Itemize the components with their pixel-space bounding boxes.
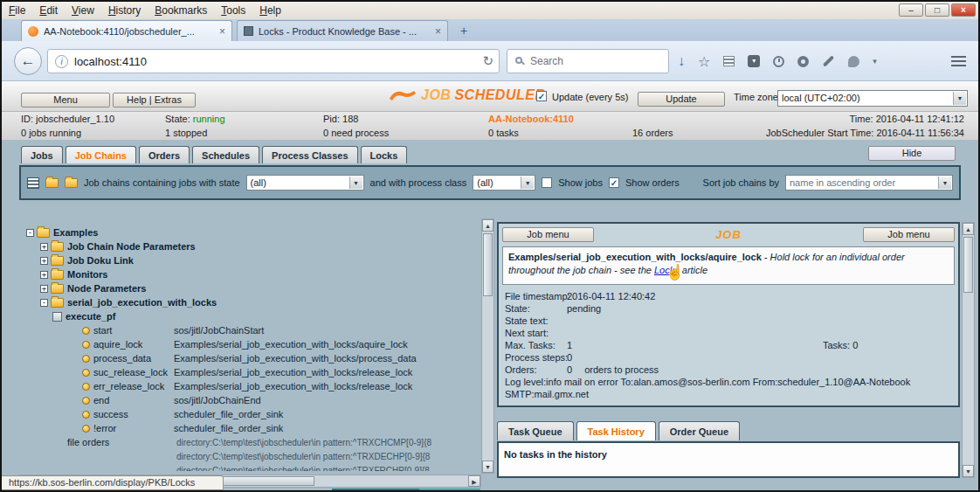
tab-job-chains[interactable]: Job Chains bbox=[66, 146, 136, 163]
tree-row[interactable]: !error scheduler_file_order_sink bbox=[19, 421, 481, 435]
tree-node-label[interactable]: Job Chain Node Parameters bbox=[67, 241, 196, 252]
update-checkbox[interactable]: ✓ bbox=[536, 91, 547, 101]
menu-hamburger-icon[interactable] bbox=[951, 56, 966, 66]
node-label[interactable]: suc_release_lock bbox=[93, 367, 168, 378]
tab-orders[interactable]: Orders bbox=[139, 146, 190, 163]
sort-select[interactable]: name in ascending order ▼ bbox=[785, 175, 953, 191]
tree-node-label[interactable]: Monitors bbox=[67, 269, 107, 280]
select-arrow-icon[interactable]: ▼ bbox=[938, 177, 951, 189]
reload-icon[interactable]: ↻ bbox=[482, 53, 493, 69]
collapse-icon[interactable]: - bbox=[40, 299, 48, 307]
tree-row[interactable]: process_data Examples/serial_job_executi… bbox=[19, 351, 481, 365]
tab-process-classes[interactable]: Process Classes bbox=[262, 146, 357, 163]
show-jobs-checkbox[interactable] bbox=[542, 177, 552, 188]
search-bar[interactable] bbox=[507, 49, 669, 73]
tab-schedules[interactable]: Schedules bbox=[192, 146, 259, 163]
node-label[interactable]: process_data bbox=[93, 353, 151, 364]
tree-row[interactable]: suc_release_lock Examples/serial_job_exe… bbox=[19, 365, 481, 379]
chevron-down-icon[interactable]: ▾ bbox=[873, 57, 877, 66]
scroll-down-icon[interactable]: ▼ bbox=[482, 461, 493, 473]
url-bar[interactable]: i ↻ bbox=[47, 49, 500, 73]
tab-order-queue[interactable]: Order Queue bbox=[659, 421, 740, 440]
tab-task-queue[interactable]: Task Queue bbox=[497, 421, 574, 440]
folder-icon[interactable] bbox=[65, 178, 78, 188]
tab-locks[interactable]: Locks bbox=[361, 146, 408, 163]
tab-close-icon[interactable]: × bbox=[435, 27, 441, 36]
menu-history[interactable]: History bbox=[101, 3, 148, 18]
tree-row[interactable]: success scheduler_file_order_sink bbox=[19, 407, 481, 421]
expand-icon[interactable]: + bbox=[40, 243, 48, 251]
new-tab-button[interactable]: + bbox=[452, 23, 475, 40]
tree-node-label[interactable]: execute_pf bbox=[66, 311, 115, 322]
tab-jobs[interactable]: Jobs bbox=[21, 146, 63, 163]
hide-button[interactable]: Hide bbox=[868, 146, 956, 161]
tab-close-icon[interactable]: × bbox=[219, 27, 225, 36]
minimize-button[interactable]: – bbox=[899, 3, 923, 17]
url-input[interactable] bbox=[74, 51, 459, 72]
tree-row[interactable]: - Examples bbox=[19, 225, 481, 239]
browser-tab-locks-kb[interactable]: Locks - Product Knowledge Base - ... × bbox=[237, 20, 448, 41]
show-orders-checkbox[interactable]: ✓ bbox=[609, 177, 619, 188]
node-label[interactable]: success bbox=[93, 409, 128, 419]
select-arrow-icon[interactable]: ▼ bbox=[953, 92, 966, 105]
scheduler-menu-button[interactable]: Menu bbox=[21, 93, 110, 107]
tree-row[interactable]: + Monitors bbox=[19, 267, 481, 281]
tree-node-label[interactable]: serial_job_execution_with_locks bbox=[67, 297, 217, 308]
timezone-select[interactable]: local (UTC+02:00) ▼ bbox=[777, 90, 968, 107]
tree-row[interactable]: start sos/jitl/JobChainStart bbox=[19, 323, 481, 337]
menu-view[interactable]: View bbox=[65, 3, 101, 18]
tree-scrollbar[interactable]: ▲ ▼ bbox=[481, 218, 494, 474]
tree-node-label[interactable]: Node Parameters bbox=[67, 283, 147, 294]
expand-icon[interactable]: + bbox=[40, 271, 48, 279]
tree-row[interactable]: aquire_lock Examples/serial_job_executio… bbox=[19, 337, 481, 351]
menu-help[interactable]: Help bbox=[252, 3, 288, 18]
tree-node-label[interactable]: Examples bbox=[53, 227, 98, 238]
expand-icon[interactable]: + bbox=[40, 257, 48, 265]
tree-row[interactable]: err_release_lock Examples/serial_job_exe… bbox=[19, 379, 481, 393]
select-arrow-icon[interactable]: ▼ bbox=[349, 177, 362, 189]
history-clock-icon[interactable] bbox=[773, 56, 784, 67]
scrollbar-thumb[interactable] bbox=[963, 237, 973, 293]
menu-edit[interactable]: Edit bbox=[32, 3, 65, 18]
tab-task-history[interactable]: Task History bbox=[576, 421, 656, 440]
site-info-icon[interactable]: i bbox=[55, 55, 68, 68]
tree-row[interactable]: execute_pf bbox=[19, 309, 481, 323]
process-class-select[interactable]: (all) ▼ bbox=[473, 175, 535, 191]
themes-icon[interactable] bbox=[848, 56, 859, 67]
search-input[interactable] bbox=[530, 51, 661, 72]
tree-row[interactable]: + Job Doku Link bbox=[19, 253, 481, 267]
tree-row[interactable]: - serial_job_execution_with_locks bbox=[19, 295, 481, 309]
update-button[interactable]: Update bbox=[638, 92, 725, 107]
node-label[interactable]: start bbox=[93, 325, 112, 336]
tree-row[interactable]: end sos/jitl/JobChainEnd bbox=[19, 393, 481, 407]
scroll-down-icon[interactable]: ▼ bbox=[963, 465, 974, 477]
bookmarks-panel-icon[interactable] bbox=[723, 56, 735, 66]
scroll-up-icon[interactable]: ▲ bbox=[482, 219, 493, 232]
gear-icon[interactable] bbox=[797, 56, 809, 67]
list-view-icon[interactable] bbox=[27, 177, 39, 189]
pocket-icon[interactable]: ▾ bbox=[748, 55, 760, 67]
expand-icon[interactable]: + bbox=[40, 285, 48, 293]
node-label[interactable]: !error bbox=[93, 423, 116, 433]
bookmark-star-icon[interactable]: ☆ bbox=[698, 53, 710, 70]
job-panel-scrollbar[interactable]: ▲ ▼ bbox=[962, 222, 975, 478]
node-label[interactable]: aquire_lock bbox=[93, 339, 142, 350]
open-folder-icon[interactable] bbox=[45, 178, 59, 188]
download-icon[interactable]: ↓ bbox=[678, 53, 685, 69]
menu-tools[interactable]: Tools bbox=[214, 3, 252, 18]
tree-node-label[interactable]: Job Doku Link bbox=[67, 255, 134, 266]
job-menu-button-right[interactable]: Job menu bbox=[863, 227, 955, 242]
maximize-button[interactable]: □ bbox=[925, 3, 949, 17]
browser-tab-jobscheduler[interactable]: AA-Notebook:4110/jobscheduler_... × bbox=[21, 20, 232, 41]
back-button[interactable]: ← bbox=[14, 47, 42, 75]
close-button[interactable]: × bbox=[951, 3, 976, 17]
state-filter-select[interactable]: (all) ▼ bbox=[246, 175, 364, 191]
scrollbar-thumb[interactable] bbox=[483, 233, 493, 296]
tree-row[interactable]: + Job Chain Node Parameters bbox=[19, 239, 481, 253]
menu-file[interactable]: File bbox=[2, 3, 32, 18]
node-label[interactable]: err_release_lock bbox=[93, 381, 164, 392]
scroll-right-icon[interactable]: ▶ bbox=[468, 475, 480, 487]
tree-row[interactable]: file orders directory:C:\temp\test\jobsc… bbox=[19, 435, 481, 449]
help-extras-button[interactable]: Help | Extras bbox=[113, 93, 196, 107]
menu-bookmarks[interactable]: Bookmarks bbox=[148, 3, 214, 18]
